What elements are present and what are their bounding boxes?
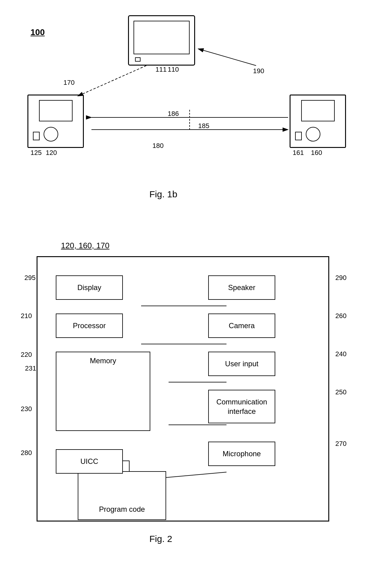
fig2-diagram: 120, 160, 170 Display — [18, 238, 354, 570]
label-250: 250 — [335, 388, 347, 396]
fig1b-diagram: 100 111 110 125 120 161 160 — [18, 9, 354, 217]
monitor-button — [135, 57, 141, 62]
label-160: 160 — [311, 149, 322, 157]
label-180: 180 — [152, 142, 164, 150]
svg-line-1 — [198, 49, 256, 66]
label-240: 240 — [335, 350, 347, 358]
label-190: 190 — [253, 67, 264, 75]
label-210: 210 — [21, 312, 32, 320]
label-125: 125 — [30, 149, 42, 157]
left-device — [27, 95, 84, 148]
fig2-title: 120, 160, 170 — [61, 241, 109, 250]
label-290: 290 — [335, 274, 347, 282]
label-186: 186 — [168, 110, 179, 118]
speaker-box: Speaker — [208, 275, 275, 300]
label-295: 295 — [24, 274, 36, 282]
label-230: 230 — [21, 405, 32, 413]
monitor-device — [128, 15, 195, 66]
right-device — [290, 95, 346, 148]
monitor-screen — [134, 21, 190, 54]
label-220: 220 — [21, 351, 32, 359]
label-161: 161 — [293, 149, 304, 157]
uicc-box: UICC — [56, 449, 123, 474]
right-device-screen — [301, 100, 335, 121]
label-110: 110 — [168, 66, 179, 74]
label-260: 260 — [335, 312, 347, 320]
display-box: Display — [56, 275, 123, 300]
label-111: 111 — [155, 66, 167, 74]
label-185: 185 — [198, 122, 209, 130]
fig2-outer-box: Display Processor Memory webRTC Program … — [37, 256, 329, 522]
userinput-box: User input — [208, 352, 275, 376]
right-device-btn1 — [295, 132, 302, 140]
left-device-screen — [39, 100, 73, 121]
left-device-btn2 — [44, 127, 58, 142]
label-100: 100 — [30, 27, 45, 37]
memory-box: Memory webRTC Program code — [56, 352, 150, 431]
page: 100 111 110 125 120 161 160 — [0, 0, 378, 588]
left-device-btn1 — [33, 132, 40, 140]
label-120: 120 — [46, 149, 57, 157]
programcode-box: Program code — [78, 471, 166, 520]
fig1b-caption: Fig. 1b — [149, 189, 177, 199]
comminterface-box: Communication interface — [208, 390, 275, 423]
svg-line-0 — [78, 66, 146, 96]
label-270: 270 — [335, 440, 347, 448]
fig2-caption: Fig. 2 — [149, 534, 172, 544]
camera-box: Camera — [208, 314, 275, 338]
label-231: 231 — [25, 364, 36, 372]
right-device-btn2 — [306, 127, 320, 142]
microphone-box: Microphone — [208, 442, 275, 466]
label-170: 170 — [63, 79, 75, 87]
processor-box: Processor — [56, 314, 123, 338]
label-280: 280 — [21, 449, 32, 457]
